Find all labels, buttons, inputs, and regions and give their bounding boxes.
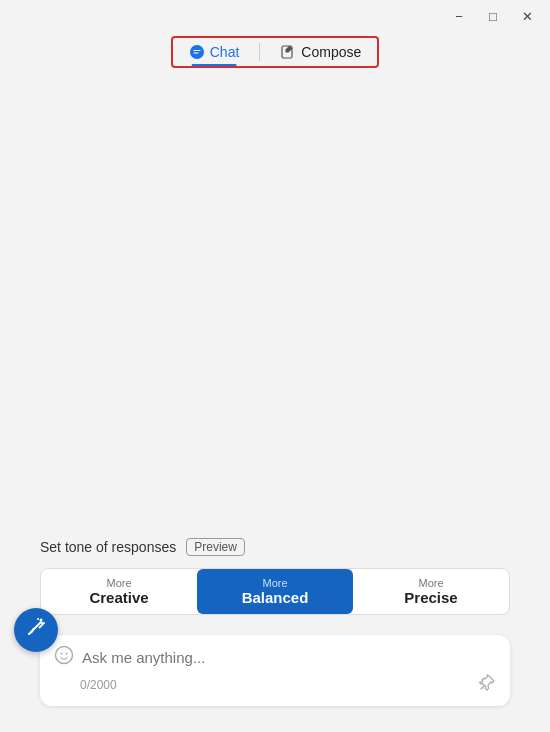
main-content: Set tone of responses Preview More Creat… xyxy=(0,68,550,726)
title-bar: − □ ✕ xyxy=(0,0,550,32)
compose-icon xyxy=(280,44,296,60)
tone-precise-more: More xyxy=(418,577,443,589)
tab-bar-container: Chat Compose xyxy=(0,36,550,68)
input-row xyxy=(54,645,496,670)
smiley-icon xyxy=(54,645,74,670)
tab-divider xyxy=(259,43,260,61)
tone-label-row: Set tone of responses Preview xyxy=(40,538,510,556)
svg-point-6 xyxy=(40,619,43,622)
tab-compose-label: Compose xyxy=(301,44,361,60)
svg-point-3 xyxy=(61,653,63,655)
tab-compose[interactable]: Compose xyxy=(268,40,373,64)
avatar-button[interactable] xyxy=(14,608,58,652)
svg-point-2 xyxy=(56,647,73,664)
input-footer: 0/2000 xyxy=(54,674,496,696)
tone-balanced[interactable]: More Balanced xyxy=(197,569,353,614)
svg-line-5 xyxy=(481,686,484,689)
svg-point-7 xyxy=(43,622,45,624)
input-area: 0/2000 xyxy=(40,635,510,706)
tone-precise[interactable]: More Precise xyxy=(353,569,509,614)
chat-icon xyxy=(189,44,205,60)
maximize-button[interactable]: □ xyxy=(478,6,508,26)
broom-icon xyxy=(23,614,49,646)
minimize-button[interactable]: − xyxy=(444,6,474,26)
char-count: 0/2000 xyxy=(80,678,117,692)
search-input[interactable] xyxy=(82,649,496,666)
tone-creative-name: Creative xyxy=(89,589,148,606)
tone-creative-more: More xyxy=(106,577,131,589)
tab-chat[interactable]: Chat xyxy=(177,40,252,64)
tone-precise-name: Precise xyxy=(404,589,457,606)
tone-label: Set tone of responses xyxy=(40,539,176,555)
svg-point-4 xyxy=(66,653,68,655)
preview-badge: Preview xyxy=(186,538,245,556)
tone-creative[interactable]: More Creative xyxy=(41,569,197,614)
svg-point-8 xyxy=(37,618,39,620)
tone-buttons: More Creative More Balanced More Precise xyxy=(40,568,510,615)
tab-bar: Chat Compose xyxy=(171,36,380,68)
svg-point-0 xyxy=(190,45,204,59)
tone-balanced-more: More xyxy=(262,577,287,589)
tab-chat-label: Chat xyxy=(210,44,240,60)
pin-icon[interactable] xyxy=(478,674,496,696)
tone-balanced-name: Balanced xyxy=(242,589,309,606)
tone-section: Set tone of responses Preview More Creat… xyxy=(40,538,510,615)
close-button[interactable]: ✕ xyxy=(512,6,542,26)
